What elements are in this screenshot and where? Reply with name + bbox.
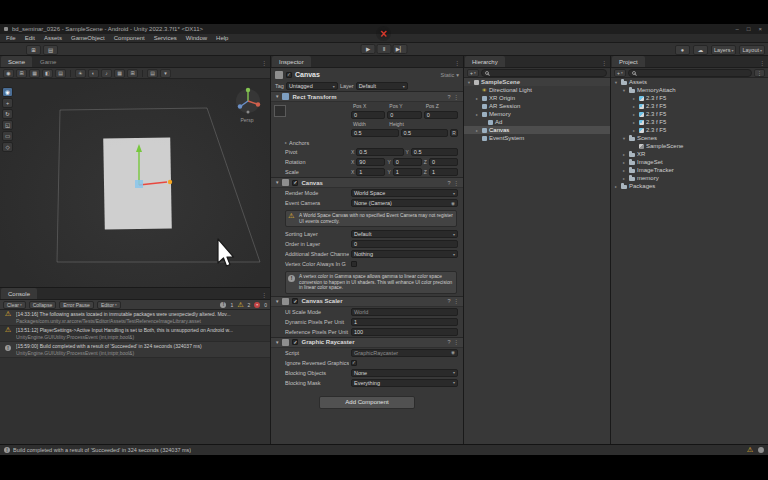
event-camera-object-field[interactable]: None (Camera) ◉ xyxy=(351,199,458,207)
project-asset[interactable]: ▸ 2.3 f F5 xyxy=(611,118,768,126)
status-bar[interactable]: ! Build completed with a result of 'Succ… xyxy=(0,444,768,455)
project-asset[interactable]: ▸ 2.3 f F5 xyxy=(611,110,768,118)
packages-root-row[interactable]: ▸ Packages xyxy=(611,182,768,190)
foldout-icon[interactable]: ▸ xyxy=(631,104,637,109)
blocking-mask-dropdown[interactable]: Everything ▾ xyxy=(351,379,458,387)
grid-toggle[interactable]: ▦ xyxy=(29,69,40,78)
foldout-icon[interactable]: ▸ xyxy=(613,184,619,189)
orientation-gizmo[interactable] xyxy=(232,85,264,117)
hierarchy-item[interactable]: AR Session xyxy=(464,102,610,110)
pivot-toggle[interactable]: ◉ xyxy=(3,69,14,78)
project-folder[interactable]: ▸ ImageSet xyxy=(611,158,768,166)
pivot-x-field[interactable]: 0.5 xyxy=(356,148,403,156)
tab-options-icon[interactable]: ⋮ xyxy=(454,59,460,66)
audio-toggle[interactable]: ♪ xyxy=(101,69,112,78)
component-menu-icon[interactable]: ⋮ xyxy=(454,298,460,304)
ignore-reversed-checkbox[interactable]: ✓ xyxy=(351,360,357,366)
foldout-icon[interactable]: ▼ xyxy=(275,340,279,345)
layers-dropdown[interactable]: Layers ▾ xyxy=(711,45,737,55)
log-entry[interactable]: ⚠ [13:51:12] PlayerSettings->Active Inpu… xyxy=(0,326,270,342)
foldout-icon[interactable]: ▼ xyxy=(275,299,279,304)
component-enabled-checkbox[interactable]: ✓ xyxy=(292,298,298,304)
project-asset[interactable]: ▸ 2.3 f F5 xyxy=(611,94,768,102)
tab-options-icon[interactable]: ⋮ xyxy=(759,59,765,66)
status-warning-icon[interactable]: ⚠ xyxy=(747,447,753,453)
order-in-layer-field[interactable]: 0 xyxy=(351,240,458,248)
tab-options-icon[interactable]: ⋮ xyxy=(601,59,607,66)
foldout-icon[interactable]: ▼ xyxy=(621,88,627,93)
tab-console[interactable]: Console xyxy=(1,288,37,299)
menu-help[interactable]: Help xyxy=(216,35,228,41)
project-asset[interactable]: ▸ 2.3 f F5 xyxy=(611,126,768,134)
menu-gameobject[interactable]: GameObject xyxy=(71,35,105,41)
hierarchy-item-selected[interactable]: ▸ Canvas xyxy=(464,126,610,134)
step-button[interactable]: ▶▏ xyxy=(393,44,408,54)
log-entry[interactable]: ⚠ [14:33:16] The following assets locate… xyxy=(0,310,270,326)
effects-toggle[interactable]: ▦ xyxy=(114,69,125,78)
options-icon[interactable]: ⋮ xyxy=(754,69,765,77)
foldout-icon[interactable]: ▸ xyxy=(631,112,637,117)
foldout-icon[interactable]: ▸ xyxy=(474,96,480,101)
render-mode-dropdown[interactable]: World Space ▾ xyxy=(351,189,458,197)
lighting-toggle[interactable]: ☀ xyxy=(75,69,86,78)
project-folder[interactable]: ▼ MemoryAttach xyxy=(611,86,768,94)
info-count-icon[interactable]: ! xyxy=(220,302,226,308)
width-field[interactable]: 0.5 xyxy=(351,129,399,137)
foldout-icon[interactable]: ▼ xyxy=(466,80,472,85)
account-icon[interactable]: ● xyxy=(675,45,690,55)
error-count-icon[interactable]: × xyxy=(254,302,260,308)
add-component-button[interactable]: Add Component xyxy=(319,396,415,409)
hierarchy-item[interactable]: ☀ Directional Light xyxy=(464,86,610,94)
tab-game[interactable]: Game xyxy=(33,56,63,67)
project-asset[interactable]: SampleScene xyxy=(611,142,768,150)
tab-project[interactable]: Project xyxy=(612,56,645,67)
foldout-icon[interactable]: ▸ xyxy=(285,140,287,145)
object-picker-icon[interactable]: ◉ xyxy=(451,201,455,206)
collapse-toggle[interactable]: Collapse xyxy=(29,301,56,309)
hierarchy-item[interactable]: EventSystem xyxy=(464,134,610,142)
menu-services[interactable]: Services xyxy=(154,35,177,41)
scale-z-field[interactable]: 1 xyxy=(429,168,458,176)
pos-z-field[interactable]: 0 xyxy=(424,111,458,119)
move-tool-button[interactable]: + xyxy=(2,98,13,108)
foldout-icon[interactable]: ▸ xyxy=(621,168,627,173)
project-folder[interactable]: ▸ memory xyxy=(611,174,768,182)
menu-component[interactable]: Component xyxy=(114,35,145,41)
menu-edit[interactable]: Edit xyxy=(25,35,35,41)
enabled-checkbox[interactable]: ✓ xyxy=(286,72,292,78)
foldout-icon[interactable]: ▸ xyxy=(631,128,637,133)
menu-assets[interactable]: Assets xyxy=(44,35,62,41)
project-search-input[interactable] xyxy=(628,69,752,77)
pos-x-field[interactable]: 0 xyxy=(351,111,385,119)
version-control-icon[interactable]: ⊞ xyxy=(26,45,41,55)
scale-y-field[interactable]: 1 xyxy=(393,168,422,176)
hierarchy-item[interactable]: Ad xyxy=(464,118,610,126)
scene-viewport[interactable]: ◉ + ↻ ◱ ▭ ◇ xyxy=(0,79,270,287)
height-field[interactable]: 0.5 xyxy=(401,129,449,137)
anchors-label[interactable]: Anchors xyxy=(289,140,353,146)
dynamic-ppu-field[interactable]: 1 xyxy=(351,318,458,326)
close-button[interactable]: × xyxy=(758,26,762,32)
foldout-icon[interactable]: ▸ xyxy=(621,176,627,181)
log-entry[interactable]: ! [15:59:00] Build completed with a resu… xyxy=(0,342,270,358)
warning-count-icon[interactable]: ⚠ xyxy=(237,302,243,308)
pause-button[interactable]: Ⅱ xyxy=(377,44,392,54)
help-icon[interactable]: ? xyxy=(447,298,450,304)
error-pause-toggle[interactable]: Error Pause xyxy=(59,301,94,309)
scene-header-row[interactable]: ▼ SampleScene xyxy=(464,78,610,86)
foldout-icon[interactable]: ▼ xyxy=(275,94,279,99)
shader-channels-dropdown[interactable]: Nothing ▾ xyxy=(351,250,458,258)
recorder-stop-icon[interactable]: × xyxy=(376,26,391,41)
menu-window[interactable]: Window xyxy=(186,35,207,41)
tab-scene[interactable]: Scene xyxy=(1,56,32,67)
create-button[interactable]: + ▾ xyxy=(614,69,626,77)
component-menu-icon[interactable]: ⋮ xyxy=(454,94,460,100)
foldout-icon[interactable]: ▸ xyxy=(631,120,637,125)
help-icon[interactable]: ? xyxy=(447,94,450,100)
clear-button[interactable]: Clear ▾ xyxy=(3,301,26,309)
create-button[interactable]: + ▾ xyxy=(467,69,479,77)
foldout-icon[interactable]: ▸ xyxy=(621,152,627,157)
assets-root-row[interactable]: ▼ Assets xyxy=(611,78,768,86)
object-picker-icon[interactable]: ◉ xyxy=(451,350,455,355)
help-icon[interactable]: ? xyxy=(447,180,450,186)
